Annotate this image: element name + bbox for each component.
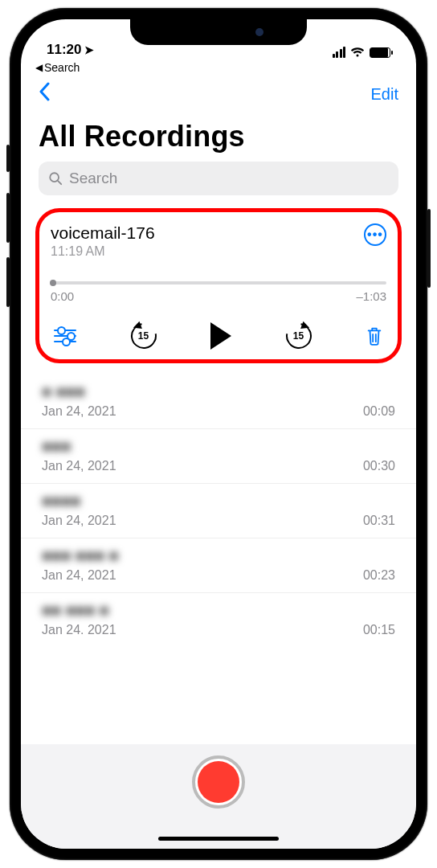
svg-line-1 xyxy=(58,181,61,184)
wifi-icon xyxy=(350,47,365,58)
selected-recording-card[interactable]: voicemail-176 11:19 AM ••• 0:00 –1:03 xyxy=(35,208,402,363)
list-item-title: ■■■■ xyxy=(42,492,116,510)
skip-back-15-button[interactable]: ◀ 15 xyxy=(130,322,157,350)
list-item[interactable]: ■■ ■■■ ■ Jan 24. 2021 00:15 xyxy=(21,593,416,647)
list-item-date: Jan 24. 2021 xyxy=(42,623,116,637)
page-title: All Recordings xyxy=(21,112,416,162)
notch xyxy=(130,19,307,45)
recordings-list: ■ ■■■ Jan 24, 2021 00:09 ■■■ Jan 24, 202… xyxy=(21,370,416,744)
phone-frame: 11:20 ➤ ◀ Search Edit All Recordings Sea… xyxy=(10,8,427,860)
list-item-title: ■■■ ■■■ ■ xyxy=(42,547,119,565)
recording-subtitle: 11:19 AM xyxy=(51,244,155,259)
recording-title: voicemail-176 xyxy=(51,223,155,243)
power-button xyxy=(427,209,431,288)
play-button[interactable] xyxy=(210,322,231,350)
home-indicator[interactable] xyxy=(158,837,279,841)
list-item[interactable]: ■■■ Jan 24, 2021 00:30 xyxy=(21,429,416,484)
elapsed-time: 0:00 xyxy=(51,289,74,303)
mute-switch xyxy=(6,145,10,172)
chevron-left-icon xyxy=(39,82,51,101)
record-button[interactable] xyxy=(192,755,245,809)
more-options-button[interactable]: ••• xyxy=(364,223,386,246)
location-icon: ➤ xyxy=(84,43,94,56)
list-item-title: ■■■ xyxy=(42,437,116,456)
search-placeholder: Search xyxy=(69,170,117,187)
breadcrumb-label: Search xyxy=(44,61,80,74)
list-item-date: Jan 24, 2021 xyxy=(42,568,119,583)
list-item-duration: 00:15 xyxy=(363,623,395,637)
list-item-title: ■ ■■■ xyxy=(42,383,116,401)
svg-point-0 xyxy=(50,173,59,182)
list-item-duration: 00:31 xyxy=(363,514,395,528)
volume-up-button xyxy=(6,193,10,243)
list-item-date: Jan 24, 2021 xyxy=(42,404,116,419)
delete-button[interactable] xyxy=(366,326,383,346)
status-time: 11:20 xyxy=(47,42,81,58)
list-item-duration: 00:23 xyxy=(363,568,395,583)
volume-down-button xyxy=(6,257,10,307)
list-item[interactable]: ■ ■■■ Jan 24, 2021 00:09 xyxy=(21,375,416,429)
search-icon xyxy=(48,171,63,186)
edit-button[interactable]: Edit xyxy=(371,85,398,104)
caret-left-icon: ◀ xyxy=(35,62,43,73)
playback-scrubber[interactable] xyxy=(51,281,386,285)
options-sliders-button[interactable] xyxy=(54,330,76,342)
list-item[interactable]: ■■■■ Jan 24, 2021 00:31 xyxy=(21,484,416,538)
list-item-date: Jan 24, 2021 xyxy=(42,459,116,473)
breadcrumb-back[interactable]: ◀ Search xyxy=(21,59,416,74)
ellipsis-icon: ••• xyxy=(367,227,383,242)
bottom-toolbar xyxy=(21,744,416,849)
remaining-time: –1:03 xyxy=(356,289,386,303)
scrubber-handle[interactable] xyxy=(50,280,56,286)
list-item[interactable]: ■■■ ■■■ ■ Jan 24, 2021 00:23 xyxy=(21,538,416,593)
list-item-duration: 00:09 xyxy=(363,404,395,419)
list-item-title: ■■ ■■■ ■ xyxy=(42,601,116,620)
list-item-duration: 00:30 xyxy=(363,459,395,473)
record-icon xyxy=(198,761,239,803)
battery-icon xyxy=(370,47,390,58)
search-input[interactable]: Search xyxy=(39,162,398,195)
skip-forward-15-button[interactable]: ◀ 15 xyxy=(285,322,312,350)
list-item-date: Jan 24, 2021 xyxy=(42,514,116,528)
cellular-icon xyxy=(333,47,346,58)
back-button[interactable] xyxy=(39,82,51,107)
